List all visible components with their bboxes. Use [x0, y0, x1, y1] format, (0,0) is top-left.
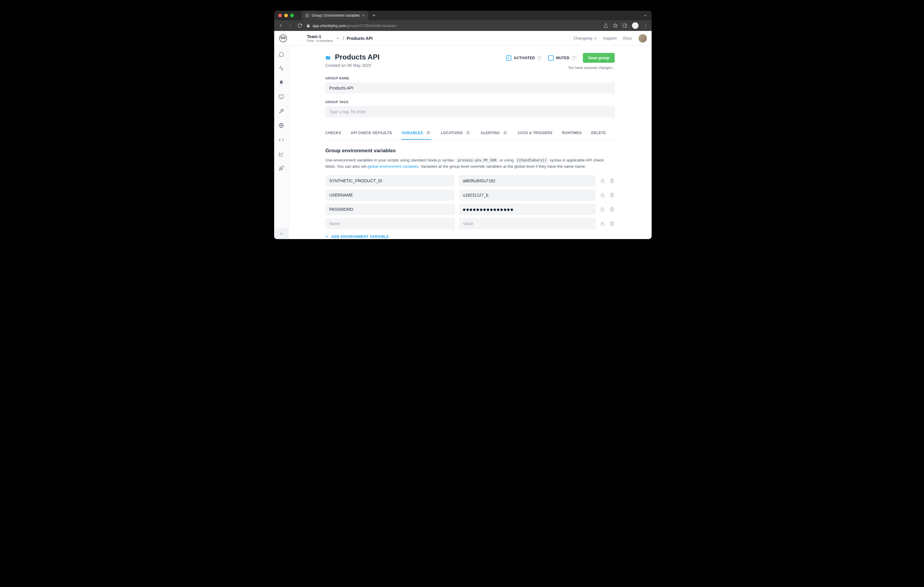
profile-avatar[interactable]: [632, 22, 639, 29]
checkbox-unchecked-icon: [548, 55, 554, 61]
section-description: Use environment variables in your script…: [325, 157, 615, 170]
tab-cicd[interactable]: CI/CD & TRIGGERS: [518, 127, 553, 140]
tab-variables[interactable]: VARIABLES4: [402, 127, 431, 140]
sidebar-home-icon[interactable]: [278, 51, 284, 57]
lock-icon[interactable]: [600, 207, 605, 212]
variable-value-input[interactable]: [459, 204, 596, 215]
breadcrumb[interactable]: Products API: [346, 36, 372, 41]
trash-icon[interactable]: [609, 207, 615, 212]
tab-api-defaults[interactable]: API CHECK DEFAULTS: [351, 127, 392, 140]
sidebar-chart-icon[interactable]: [278, 151, 284, 157]
tab-badge: 2: [502, 130, 508, 135]
variable-value-input[interactable]: [459, 175, 596, 186]
variable-name-input[interactable]: [325, 175, 455, 186]
variable-row: [325, 204, 615, 215]
sidebar-globe-icon[interactable]: [278, 123, 284, 128]
panel-icon[interactable]: [622, 23, 627, 28]
section-heading: Group environment variables: [325, 148, 615, 154]
variable-name-input[interactable]: [325, 189, 455, 201]
variable-row: [325, 218, 615, 229]
variable-value-input[interactable]: [459, 189, 596, 201]
star-icon[interactable]: [613, 23, 618, 28]
lock-icon[interactable]: [600, 192, 605, 198]
page-created: Created on 05 May 2022: [325, 63, 502, 68]
trash-icon[interactable]: [609, 178, 615, 184]
muted-checkbox[interactable]: MUTED ?: [548, 55, 576, 61]
svg-point-10: [281, 37, 282, 38]
group-tags-input[interactable]: [325, 106, 615, 117]
svg-point-11: [284, 37, 285, 38]
sidebar-code-icon[interactable]: [278, 137, 284, 143]
sidebar-bell-icon[interactable]: [278, 80, 284, 86]
changelog-link[interactable]: Changelog: [574, 36, 597, 40]
reload-button[interactable]: [297, 23, 303, 28]
titlebar: Group | Environment variables × +: [274, 11, 652, 20]
maximize-window[interactable]: [290, 14, 294, 17]
window-controls: [278, 14, 294, 17]
activated-checkbox[interactable]: ACTIVATED ?: [506, 55, 542, 61]
variable-value-input[interactable]: [459, 218, 596, 229]
svg-rect-12: [279, 95, 284, 98]
svg-rect-19: [601, 181, 604, 183]
help-icon[interactable]: ?: [537, 56, 542, 60]
tabs-nav: CHECKS API CHECK DEFAULTS VARIABLES4 LOC…: [325, 127, 615, 140]
sidebar-rocket-icon[interactable]: [278, 165, 284, 171]
tab-checks[interactable]: CHECKS: [325, 127, 341, 140]
save-group-button[interactable]: Save group: [583, 53, 615, 63]
page-title: Products API: [325, 53, 502, 61]
tab-alerting[interactable]: ALERTING2: [480, 127, 508, 140]
support-link[interactable]: Support: [603, 36, 617, 40]
svg-rect-2: [623, 24, 627, 27]
lock-icon: [306, 24, 310, 28]
team-selector[interactable]: Team-1 Free · 4 members: [307, 34, 333, 43]
team-sub: Free · 4 members: [307, 39, 333, 43]
app: Team-1 Free · 4 members / Products API C…: [274, 31, 652, 239]
svg-rect-22: [601, 223, 604, 225]
app-header: Team-1 Free · 4 members / Products API C…: [274, 31, 652, 46]
browser-tab-active[interactable]: Group | Environment variables ×: [302, 11, 368, 20]
folder-icon: [325, 55, 331, 61]
group-name-label: GROUP NAME: [325, 76, 615, 80]
docs-link[interactable]: Docs: [623, 36, 632, 40]
url-field[interactable]: app.checklyhq.com/groups/272940/edit/var…: [306, 23, 600, 28]
sidebar-wrench-icon[interactable]: [278, 108, 284, 114]
sidebar-activity-icon[interactable]: [278, 66, 284, 71]
svg-point-5: [645, 25, 646, 26]
lock-icon[interactable]: [600, 178, 605, 184]
trash-icon[interactable]: [609, 221, 615, 226]
unsaved-changes-msg: You have unsaved changes...: [568, 66, 615, 70]
help-icon[interactable]: ?: [572, 56, 576, 60]
sidebar-monitor-icon[interactable]: [278, 94, 284, 100]
tab-runtimes[interactable]: RUNTIMES: [562, 127, 582, 140]
user-avatar[interactable]: [639, 34, 647, 43]
variables-list: [325, 175, 615, 229]
chevron-down-icon[interactable]: [643, 13, 647, 18]
share-icon[interactable]: [603, 23, 608, 28]
address-bar: app.checklyhq.com/groups/272940/edit/var…: [274, 20, 652, 31]
back-button[interactable]: [278, 23, 284, 28]
new-tab-button[interactable]: +: [372, 13, 376, 19]
chevron-down-icon[interactable]: [336, 36, 340, 40]
trash-icon[interactable]: [609, 192, 615, 198]
variable-name-input[interactable]: [325, 218, 455, 229]
global-vars-link[interactable]: global environment variables: [367, 164, 419, 169]
close-window[interactable]: [278, 14, 282, 17]
group-tags-label: GROUP TAGS: [325, 100, 615, 104]
add-variable-button[interactable]: + ADD ENVIRONMENT VARIABLE: [325, 234, 615, 239]
sidebar-expand-button[interactable]: [274, 229, 288, 239]
lock-icon[interactable]: [600, 221, 605, 226]
variable-row: [325, 175, 615, 186]
status-dot-icon: [594, 37, 597, 39]
logo: [279, 34, 287, 43]
close-tab-icon[interactable]: ×: [362, 13, 365, 18]
main-content: Products API Created on 05 May 2022 ACTI…: [289, 46, 652, 239]
minimize-window[interactable]: [284, 14, 288, 17]
variable-name-input[interactable]: [325, 204, 455, 215]
menu-dots-icon[interactable]: [643, 23, 648, 28]
tab-badge: 4: [426, 130, 431, 135]
svg-point-4: [645, 24, 646, 25]
tab-locations[interactable]: LOCATIONS2: [441, 127, 471, 140]
group-name-input[interactable]: [325, 82, 615, 94]
tab-delete[interactable]: DELETE: [591, 127, 606, 140]
forward-button[interactable]: [287, 23, 293, 28]
